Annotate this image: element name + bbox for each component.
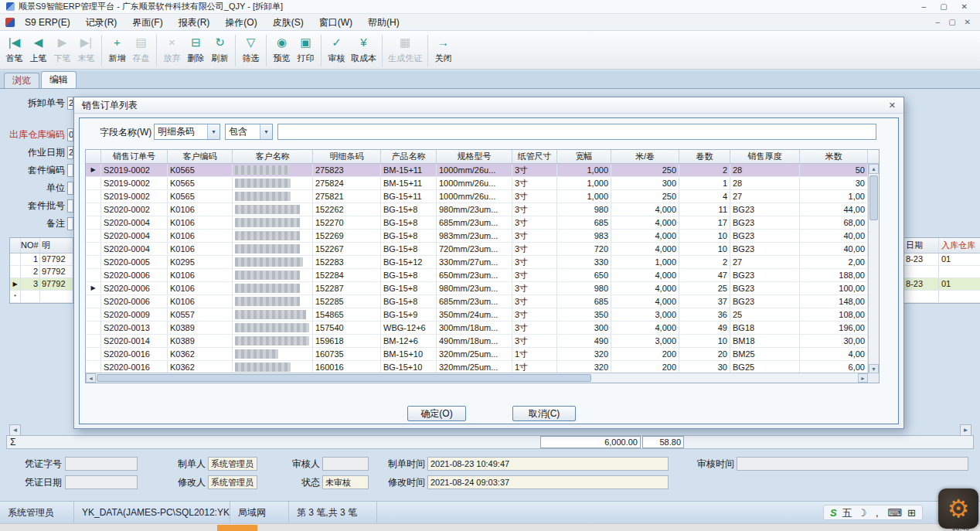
column-header-product-name[interactable]: 产品名称 xyxy=(381,150,437,163)
column-header-width[interactable]: 宽幅 xyxy=(557,150,611,163)
toolbar-add-button[interactable]: +新增 xyxy=(105,32,129,69)
scroll-left-icon[interactable]: ◄ xyxy=(9,424,21,436)
menu-item[interactable]: 记录(R) xyxy=(78,14,125,31)
toolbar-preview-button[interactable]: ◉预览 xyxy=(270,32,294,69)
operator-select[interactable]: 包含 ▼ xyxy=(225,124,273,140)
detail-row-right[interactable] xyxy=(903,266,980,278)
maximize-button[interactable]: ▢ xyxy=(940,2,947,11)
taskbar-active-item[interactable] xyxy=(217,525,257,531)
ime-grid-icon[interactable]: ⊞ xyxy=(907,508,916,518)
column-header-customer-code[interactable]: 客户编码 xyxy=(168,150,233,163)
menu-item[interactable]: 皮肤(S) xyxy=(265,14,311,31)
chevron-down-icon[interactable]: ▼ xyxy=(260,124,272,139)
toolbar-refresh-button[interactable]: ↻刷新 xyxy=(208,32,232,69)
edit-field-input[interactable] xyxy=(67,182,73,195)
detail-row[interactable]: 197792 xyxy=(10,254,73,266)
detail-row[interactable]: 297792 xyxy=(10,266,73,278)
tab-browse[interactable]: 浏览 xyxy=(4,73,39,88)
tab-edit[interactable]: 编辑 xyxy=(41,71,77,88)
gear-widget[interactable]: ⚙ xyxy=(938,488,978,529)
modify-time-field[interactable]: 2021-08-24 09:03:37 xyxy=(427,475,669,489)
sales-order-row[interactable]: S2020-0006K0106152285BG-15+8685mm/23um..… xyxy=(86,295,879,308)
edit-field-input[interactable]: 2 xyxy=(67,97,73,110)
grid-vertical-scrollbar[interactable]: ▲ ▼ xyxy=(868,164,879,374)
scroll-right-icon[interactable]: ► xyxy=(960,424,971,436)
voucher-no-field[interactable] xyxy=(65,457,138,471)
menu-item[interactable]: 报表(R) xyxy=(171,14,218,31)
vscroll-thumb[interactable] xyxy=(869,175,878,220)
detail-row-right[interactable] xyxy=(903,291,980,303)
sales-order-row[interactable]: S2020-0004K0106152267BG-15+8720mm/23um..… xyxy=(86,243,879,256)
grid-horizontal-scrollbar[interactable]: ◄ ► xyxy=(86,373,868,383)
minimize-button[interactable]: – xyxy=(922,2,927,11)
create-time-field[interactable]: 2021-08-23 10:49:47 xyxy=(427,457,669,471)
dialog-titlebar[interactable]: 销售订单列表 ✕ xyxy=(74,97,903,114)
sales-order-row[interactable]: S2019-0002K0565275824BM-15+111000mm/26u.… xyxy=(86,177,879,190)
sales-order-row[interactable]: S2019-0002K0565275821BG-15+111000mm/26u.… xyxy=(86,190,879,203)
column-header-rolls[interactable]: 卷数 xyxy=(679,150,730,163)
column-header-spec[interactable]: 规格型号 xyxy=(437,150,512,163)
edit-field-input[interactable] xyxy=(67,164,73,177)
menu-item[interactable]: 窗口(W) xyxy=(311,14,360,31)
hscroll-thumb[interactable] xyxy=(97,374,591,382)
column-header-tube-size[interactable]: 纸管尺寸 xyxy=(512,150,557,163)
toolbar-filter-button[interactable]: ▽筛选 xyxy=(239,32,263,69)
sales-order-row[interactable]: ▶S2019-0002K0565275823BM-15+111000mm/26u… xyxy=(86,164,879,177)
sales-order-row[interactable]: S2020-0013K0389157540WBG-12+6300mm/18um.… xyxy=(86,322,879,335)
menu-item[interactable]: 帮助(H) xyxy=(360,14,407,31)
edit-field-input[interactable]: 2 xyxy=(67,146,73,159)
sales-order-row[interactable]: ▶S2020-0006K0106152287BG-15+8980mm/23um.… xyxy=(86,282,879,295)
toolbar-exit-button[interactable]: →关闭 xyxy=(431,32,455,69)
detail-row[interactable]: ▶397792 xyxy=(10,278,73,291)
mdi-close-button[interactable]: ✕ xyxy=(965,18,971,26)
modifier-field[interactable]: 系统管理员 xyxy=(208,475,257,489)
column-header-customer-name[interactable]: 客户名称 xyxy=(233,150,313,163)
scroll-left-icon[interactable]: ◄ xyxy=(86,373,96,383)
toolbar-prev-record-button[interactable]: ◀上笔 xyxy=(26,32,50,69)
ok-button[interactable]: 确定(O) xyxy=(407,406,466,421)
scroll-up-icon[interactable]: ▲ xyxy=(869,164,879,174)
edit-field-input[interactable]: 0 xyxy=(67,128,73,141)
sales-order-row[interactable]: S2020-0006K0106152284BG-15+8650mm/23um..… xyxy=(86,269,879,282)
mdi-restore-button[interactable]: ▢ xyxy=(948,18,955,26)
detail-row-right[interactable]: 8-2301 xyxy=(903,254,980,266)
toolbar-audit-button[interactable]: ✓审核 xyxy=(325,32,349,69)
menu-item[interactable]: 界面(F) xyxy=(124,14,170,31)
sales-order-row[interactable]: S2020-0009K0557154865BG-15+9350mm/24um..… xyxy=(86,308,879,322)
creator-field[interactable]: 系统管理员 xyxy=(208,457,257,471)
cancel-button[interactable]: 取消(C) xyxy=(512,406,576,421)
sales-order-row[interactable]: S2020-0002K0106152262BG-15+8980mm/23um..… xyxy=(86,203,879,216)
sales-order-row[interactable]: S2020-0016K0362160735BM-15+10320mm/25um.… xyxy=(86,348,879,361)
menu-item[interactable]: S9 ERP(E) xyxy=(17,14,78,31)
field-name-select[interactable]: 明细条码 ▼ xyxy=(154,124,220,140)
mdi-minimize-button[interactable]: – xyxy=(936,18,941,26)
sales-order-row[interactable]: S2020-0004K0106152269BG-15+8983mm/23um..… xyxy=(86,230,879,243)
voucher-date-field[interactable] xyxy=(65,475,138,489)
close-button[interactable]: ✕ xyxy=(961,2,968,11)
detail-row[interactable]: * xyxy=(10,291,73,303)
status-field[interactable]: 未审核 xyxy=(322,475,369,489)
column-header-order-no[interactable]: 销售订单号 xyxy=(101,150,168,163)
toolbar-print-button[interactable]: ▣打印 xyxy=(294,32,318,69)
column-header-meters[interactable]: 米数 xyxy=(800,150,868,163)
ime-punct-icon[interactable]: ， xyxy=(872,508,882,518)
menu-item[interactable]: 操作(O) xyxy=(217,14,264,31)
column-header-thickness[interactable]: 销售厚度 xyxy=(730,150,800,163)
ime-logo-icon[interactable]: S xyxy=(830,508,837,518)
column-header-barcode[interactable]: 明细条码 xyxy=(313,150,381,163)
scroll-right-icon[interactable]: ► xyxy=(858,373,868,383)
toolbar-first-record-button[interactable]: |◀首笔 xyxy=(2,32,26,69)
toolbar-delete-button[interactable]: ⊟删除 xyxy=(184,32,208,69)
ime-toolbar[interactable]: S五☽，⌨⊞ xyxy=(823,505,923,520)
sales-order-row[interactable]: S2020-0004K0106152270BG-15+8685mm/23um..… xyxy=(86,216,879,230)
toolbar-cost-button[interactable]: ¥取成本 xyxy=(349,32,379,69)
sales-order-row[interactable]: S2020-0014K0389159618BM-12+6490mm/18um..… xyxy=(86,335,879,348)
ime-wubi-icon[interactable]: 五 xyxy=(842,508,852,518)
sales-order-row[interactable]: S2020-0005K0295152283BG-15+12330mm/27um.… xyxy=(86,256,879,269)
filter-value-input[interactable] xyxy=(277,124,876,140)
audit-time-field[interactable] xyxy=(737,457,968,471)
auditor-field[interactable] xyxy=(322,457,369,471)
ime-keyboard-icon[interactable]: ⌨ xyxy=(887,508,902,518)
edit-field-input[interactable] xyxy=(67,199,73,213)
dialog-close-icon[interactable]: ✕ xyxy=(889,100,896,111)
